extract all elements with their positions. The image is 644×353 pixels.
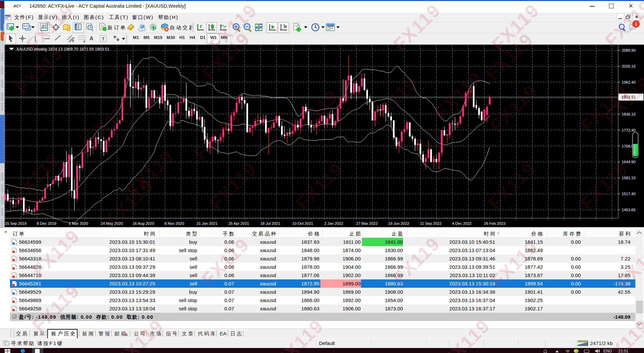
svg-text:11 Sep 2022: 11 Sep 2022 — [420, 221, 442, 225]
svg-text:18 Jul 2021: 18 Jul 2021 — [260, 221, 280, 225]
svg-text:1453.65: 1453.65 — [622, 208, 636, 212]
svg-text:1 Mar 2020: 1 Mar 2020 — [69, 221, 88, 225]
svg-text:1772.40: 1772.40 — [622, 128, 636, 132]
svg-text:1903.51: 1903.51 — [621, 95, 636, 100]
svg-text:19 Jun 2022: 19 Jun 2022 — [388, 221, 409, 225]
svg-text:2089.90: 2089.90 — [622, 48, 636, 52]
svg-text:26 Feb 2023: 26 Feb 2023 — [484, 221, 505, 225]
svg-text:1517.40: 1517.40 — [622, 192, 636, 196]
svg-text:24 May 2020: 24 May 2020 — [101, 221, 123, 225]
svg-text:2 Jan 2022: 2 Jan 2022 — [324, 221, 343, 225]
svg-text:15 Sep 2019: 15 Sep 2019 — [5, 221, 27, 225]
svg-text:2026.15: 2026.15 — [622, 64, 636, 68]
svg-text:27 Mar 2022: 27 Mar 2022 — [356, 221, 378, 225]
svg-text:1581.15: 1581.15 — [622, 176, 636, 180]
svg-text:16 Aug 2020: 16 Aug 2020 — [133, 221, 154, 225]
svg-text:25 Apr 2021: 25 Apr 2021 — [228, 221, 249, 225]
svg-text:4 Dec 2022: 4 Dec 2022 — [452, 221, 472, 225]
svg-text:31 Jan 2021: 31 Jan 2021 — [196, 221, 217, 225]
svg-text:1644.90: 1644.90 — [622, 160, 636, 164]
svg-text:1836.15: 1836.15 — [622, 112, 636, 116]
svg-text:10 Oct 2021: 10 Oct 2021 — [292, 221, 313, 225]
svg-text:8 Nov 2020: 8 Nov 2020 — [164, 221, 184, 225]
svg-text:1962.40: 1962.40 — [622, 80, 636, 84]
svg-text:XAUUSD,Weekly 1874.13 1909.70: XAUUSD,Weekly 1874.13 1909.70 1871.55 19… — [16, 47, 110, 52]
svg-text:8 Dec 2019: 8 Dec 2019 — [37, 221, 56, 225]
